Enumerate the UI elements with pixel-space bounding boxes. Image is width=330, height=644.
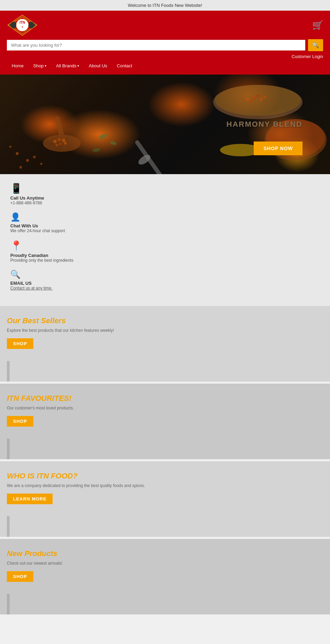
nav-all-brands[interactable]: All Brands ▾ bbox=[51, 60, 84, 71]
promo-best-sellers: Our Best Sellers Explore the best produc… bbox=[0, 306, 330, 382]
svg-point-30 bbox=[99, 133, 108, 139]
promo-best-sellers-button[interactable]: SHOP bbox=[7, 338, 33, 349]
promo-bar-decoration-3 bbox=[7, 516, 10, 537]
svg-point-12 bbox=[64, 142, 67, 145]
brands-dropdown-arrow: ▾ bbox=[77, 64, 79, 68]
promo-favourites-button[interactable]: SHOP bbox=[7, 416, 33, 427]
svg-point-13 bbox=[16, 152, 19, 155]
promo-who-title: WHO IS ITN FOOD? bbox=[7, 472, 323, 481]
hero-content: HARMONY BLEND SHOP NOW bbox=[0, 75, 330, 174]
hero-banner: HARMONY BLEND SHOP NOW bbox=[0, 75, 330, 174]
svg-text:ITN: ITN bbox=[20, 21, 25, 24]
info-call-us: 📱 Call Us Anytime +1-888-486-9786 bbox=[10, 183, 320, 205]
search-button[interactable]: 🔍 bbox=[308, 39, 323, 51]
email-icon: 🔍 bbox=[10, 270, 320, 279]
svg-point-21 bbox=[246, 98, 249, 101]
promo-who-is-itn: WHO IS ITN FOOD? We are a company dedica… bbox=[0, 461, 330, 537]
promo-favourites-title: ITN FAVOURITES! bbox=[7, 394, 323, 403]
svg-point-18 bbox=[19, 166, 22, 169]
svg-point-8 bbox=[57, 138, 61, 142]
promo-bar-decoration bbox=[7, 361, 10, 382]
header-top: ITN ♥ 🛒 bbox=[7, 14, 323, 36]
svg-point-26 bbox=[250, 100, 252, 103]
svg-point-16 bbox=[33, 156, 36, 158]
promo-bar-decoration-2 bbox=[7, 439, 10, 459]
cart-button[interactable]: 🛒 bbox=[312, 20, 323, 31]
svg-point-20 bbox=[215, 85, 301, 116]
svg-point-31 bbox=[110, 141, 117, 146]
svg-point-23 bbox=[260, 98, 263, 101]
shop-dropdown-arrow: ▾ bbox=[45, 64, 46, 68]
promo-new-title: New Products bbox=[7, 549, 323, 558]
promo-who-subtitle: We are a company dedicated to providing … bbox=[7, 483, 323, 488]
hero-shop-now-button[interactable]: SHOP NOW bbox=[254, 142, 302, 155]
promo-best-sellers-subtitle: Explore the best products that our kitch… bbox=[7, 328, 323, 333]
svg-point-9 bbox=[62, 139, 65, 142]
nav-contact[interactable]: Contact bbox=[112, 60, 137, 71]
promo-itn-favourites: ITN FAVOURITES! Our customer's most love… bbox=[0, 384, 330, 459]
svg-point-22 bbox=[253, 96, 256, 100]
promo-new-button[interactable]: SHOP bbox=[7, 571, 33, 582]
svg-point-15 bbox=[9, 146, 11, 148]
location-icon: 📍 bbox=[10, 240, 320, 251]
info-email: 🔍 EMAIL US Contact us at any time. bbox=[10, 270, 320, 291]
svg-point-7 bbox=[53, 140, 57, 143]
search-row: 🔍 bbox=[7, 39, 323, 51]
svg-point-10 bbox=[58, 142, 62, 146]
svg-text:♥: ♥ bbox=[22, 26, 23, 28]
svg-point-24 bbox=[256, 94, 259, 97]
svg-point-17 bbox=[40, 163, 42, 165]
top-banner: Welcome to ITN Foods New Website! bbox=[0, 0, 330, 11]
promo-bar-decoration-4 bbox=[7, 594, 10, 614]
svg-point-25 bbox=[263, 96, 266, 99]
info-chat: 👤 Chat With Us We offer 24-hour chat sup… bbox=[10, 212, 320, 233]
chat-icon: 👤 bbox=[10, 212, 320, 222]
info-section: 📱 Call Us Anytime +1-888-486-9786 👤 Chat… bbox=[0, 174, 330, 306]
search-input[interactable] bbox=[7, 40, 305, 50]
itn-logo: ITN ♥ bbox=[7, 14, 38, 36]
nav-shop[interactable]: Shop ▾ bbox=[29, 60, 51, 71]
phone-icon: 📱 bbox=[10, 183, 320, 194]
svg-point-32 bbox=[92, 148, 100, 152]
main-nav: Home Shop ▾ All Brands ▾ About Us Contac… bbox=[7, 60, 323, 71]
promo-who-button[interactable]: LEARN MORE bbox=[7, 494, 53, 504]
customer-login-link[interactable]: Customer Login bbox=[7, 54, 323, 59]
promo-new-subtitle: Check out our newest arrivals! bbox=[7, 561, 323, 566]
promo-best-sellers-title: Our Best Sellers bbox=[7, 316, 323, 325]
nav-home[interactable]: Home bbox=[7, 60, 29, 71]
logo-container[interactable]: ITN ♥ bbox=[7, 14, 38, 36]
svg-point-14 bbox=[26, 159, 29, 162]
info-location: 📍 Proudly Canadian Providing only the be… bbox=[10, 240, 320, 263]
header: ITN ♥ 🛒 🔍 Customer Login Home Shop ▾ All… bbox=[0, 11, 330, 75]
top-banner-text: Welcome to ITN Foods New Website! bbox=[128, 3, 202, 8]
email-link[interactable]: Contact us at any time. bbox=[10, 286, 320, 291]
hero-overlay-text: HARMONY BLEND bbox=[227, 120, 302, 129]
promo-new-products: New Products Check out our newest arriva… bbox=[0, 539, 330, 614]
promo-favourites-subtitle: Our customer's most loved products. bbox=[7, 406, 323, 410]
svg-point-11 bbox=[55, 144, 58, 146]
nav-about-us[interactable]: About Us bbox=[84, 60, 112, 71]
